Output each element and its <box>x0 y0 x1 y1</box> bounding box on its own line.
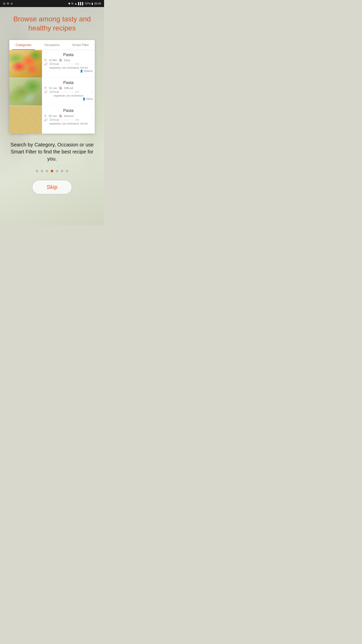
chevron-right-3: › <box>92 118 93 122</box>
review-count-3: (29) <box>75 118 79 121</box>
recipe-image-2 <box>9 78 42 106</box>
n-icon: N <box>71 2 73 5</box>
recipe-meta-kcal-2: 📈 10 Kcal ☆☆☆☆☆ (32) <box>44 90 93 94</box>
time: 20:45 <box>94 2 101 5</box>
recipe-stars-2: ☆☆☆☆☆ <box>61 91 73 93</box>
dot-3[interactable] <box>46 170 48 172</box>
recipe-time-1: 10 Min <box>49 59 57 62</box>
author-icon-1: 👤 <box>80 70 83 72</box>
kcal-icon-2: 📈 <box>44 90 48 94</box>
recipe-kcal-2: 10 Kcal <box>50 90 59 93</box>
recipe-info-1: Pasta ⏱ 10 Min 🏠 Easy 📈 10 Kcal ☆☆☆☆☆ (3… <box>42 50 95 78</box>
recipe-image-1 <box>9 50 42 78</box>
recipe-meta-kcal-1: 📈 10 Kcal ☆☆☆☆☆ (32) <box>44 62 93 66</box>
tab-occasions[interactable]: Occasions <box>38 40 66 50</box>
recipe-image-3 <box>9 106 42 134</box>
dot-5[interactable] <box>56 170 58 172</box>
recipe-difficulty-2: Difficult <box>64 87 73 90</box>
review-count-1: (32) <box>75 63 79 65</box>
clock-icon: ⊙ <box>11 2 13 5</box>
difficulty-icon-3: 🏠 <box>59 114 62 117</box>
main-content: Browse among tasty and healthy recipes C… <box>0 7 104 207</box>
tab-smart-filter[interactable]: Smart Filter <box>66 40 95 50</box>
tab-categories[interactable]: Categories <box>9 40 38 50</box>
recipe-tags-1: vegetarian, low cholesterol, low fat <box>44 66 93 69</box>
recipe-author-1: 👤 Roberto <box>44 70 93 72</box>
recipe-meta-time-3: ⏱ 55 min 🏠 Medium <box>44 114 93 117</box>
recipe-tags-2: vegetarian, low cholesterol <box>44 94 93 97</box>
hero-title: Browse among tasty and healthy recipes <box>5 15 99 33</box>
recipe-title-3: Pasta <box>44 108 93 113</box>
recipe-meta-time-1: ⏱ 10 Min 🏠 Easy <box>44 59 93 62</box>
clock-icon-1: ⏱ <box>44 59 47 62</box>
difficulty-icon-1: 🏠 <box>59 59 62 61</box>
recipe-meta-time-2: ⏱ 10 min 🏠 Difficult <box>44 87 93 90</box>
status-bar: ⊡ ✉ ⊙ ✱ N ▲ ▌▌▌ 97% ▮ 20:45 <box>0 0 104 7</box>
recipe-title-1: Pasta <box>44 53 93 57</box>
recipe-difficulty-3: Medium <box>64 114 74 117</box>
recipe-kcal-1: 10 Kcal <box>50 62 59 65</box>
recipe-row-3[interactable]: Pasta ⏱ 55 min 🏠 Medium 📈 10 Kcal ☆☆☆☆☆ … <box>9 106 95 134</box>
clock-icon-3: ⏱ <box>44 114 47 117</box>
signal-icon: ▌▌▌ <box>78 2 84 5</box>
review-count-2: (32) <box>75 91 79 93</box>
wifi-icon: ▲ <box>74 2 77 5</box>
difficulty-icon-2: 🏠 <box>59 87 62 89</box>
photo-icon: ⊡ <box>3 2 5 5</box>
status-right-icons: ✱ N ▲ ▌▌▌ 97% ▮ 20:45 <box>68 2 101 5</box>
kcal-icon-3: 📈 <box>44 118 48 122</box>
status-left-icons: ⊡ ✉ ⊙ <box>3 2 13 5</box>
recipe-row-2[interactable]: Pasta ⏱ 10 min 🏠 Difficult 📈 10 Kcal ☆☆☆… <box>9 78 95 106</box>
recipe-meta-kcal-3: 📈 10 Kcal ☆☆☆☆☆ (29) <box>44 118 93 122</box>
mail-icon: ✉ <box>7 2 9 5</box>
clock-icon-2: ⏱ <box>44 87 47 90</box>
recipe-time-3: 55 min <box>49 114 57 117</box>
recipe-info-2: Pasta ⏱ 10 min 🏠 Difficult 📈 10 Kcal ☆☆☆… <box>42 78 95 106</box>
recipe-stars-3: ☆☆☆☆☆ <box>61 118 73 121</box>
recipe-author-2: 👤 Elena <box>44 98 93 100</box>
skip-button[interactable]: Skip <box>32 180 72 194</box>
dot-7[interactable] <box>66 170 68 172</box>
recipe-time-2: 10 min <box>49 87 57 90</box>
description-text: Search by Category, Occasion or use Smar… <box>5 141 99 162</box>
chevron-right-2: › <box>92 90 93 94</box>
recipe-difficulty-1: Easy <box>64 59 70 62</box>
battery-percent: 97% <box>85 2 90 5</box>
dot-1[interactable] <box>36 170 38 172</box>
recipe-stars-1: ☆☆☆☆☆ <box>61 63 73 65</box>
recipe-title-2: Pasta <box>44 80 93 85</box>
recipe-card: Categories Occasions Smart Filter Pasta … <box>9 40 95 134</box>
author-icon-2: 👤 <box>82 98 85 100</box>
chevron-right-1: › <box>92 62 93 66</box>
pagination <box>5 170 99 172</box>
tab-bar: Categories Occasions Smart Filter <box>9 40 95 50</box>
recipe-tags-3: vegetarian, low cholesterol, low fat <box>44 122 93 125</box>
recipe-row[interactable]: Pasta ⏱ 10 Min 🏠 Easy 📈 10 Kcal ☆☆☆☆☆ (3… <box>9 50 95 78</box>
recipe-kcal-3: 10 Kcal <box>50 118 59 121</box>
kcal-icon-1: 📈 <box>44 62 48 66</box>
recipe-info-3: Pasta ⏱ 55 min 🏠 Medium 📈 10 Kcal ☆☆☆☆☆ … <box>42 106 95 134</box>
dot-2[interactable] <box>41 170 43 172</box>
dot-6[interactable] <box>61 170 63 172</box>
bluetooth-icon: ✱ <box>68 2 70 5</box>
battery-icon: ▮ <box>92 2 93 5</box>
dot-4-active[interactable] <box>51 170 53 172</box>
